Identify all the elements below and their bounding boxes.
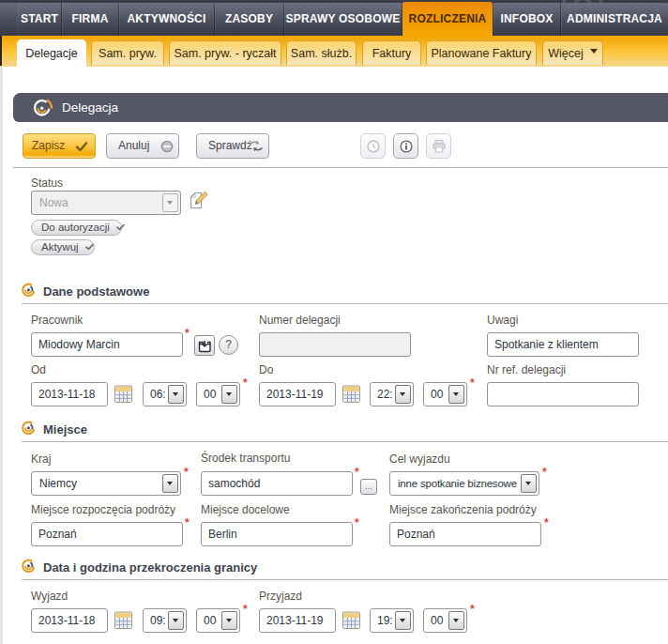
numer-delegacji-input[interactable] (259, 332, 411, 357)
srodek-transportu-input[interactable]: samochód (201, 471, 353, 496)
do-minute-select[interactable]: 00 (423, 382, 467, 406)
wyjazd-label: Wyjazd (31, 590, 68, 603)
uwagi-label: Uwagi (487, 314, 518, 327)
od-minute-dropdown-button[interactable] (221, 385, 237, 404)
przyjazd-minute-dropdown-button[interactable] (448, 611, 464, 630)
page: START FIRMA AKTYWNOŚCI ZASOBY SPRAWY OSO… (0, 0, 668, 644)
chevron-down-icon (525, 482, 531, 488)
od-hour-dropdown-button[interactable] (168, 385, 184, 404)
tab-delegacje[interactable]: Delegacje (17, 39, 86, 67)
edit-status-button[interactable] (187, 189, 210, 216)
kraj-select[interactable]: Niemcy (31, 471, 181, 496)
wyjazd-minute-value: 00 (204, 609, 216, 632)
nav-item-administracja[interactable]: ADMINISTRACJA (561, 3, 668, 36)
left-page-edge (0, 67, 3, 644)
required-marker: * (185, 517, 190, 529)
section-icon (20, 419, 38, 437)
status-dropdown-button[interactable] (162, 193, 178, 212)
required-marker: * (185, 328, 190, 339)
numer-delegacji-label: Numer delegacji (259, 314, 341, 327)
od-date-input[interactable]: 2013-11-18 (31, 382, 108, 406)
status-select[interactable]: Nowa (31, 191, 181, 215)
tab-wiecej[interactable]: Więcej (542, 40, 603, 65)
do-hour-dropdown-button[interactable] (395, 385, 411, 404)
chevron-down-icon (167, 482, 173, 488)
przyjazd-hour-select[interactable]: 19: (370, 608, 414, 633)
od-calendar-button[interactable] (114, 384, 132, 406)
do-date-input[interactable]: 2013-11-19 (259, 382, 336, 406)
zakonczenie-input[interactable]: Poznań (389, 522, 541, 546)
uwagi-input[interactable]: Spotkanie z klientem (487, 332, 639, 357)
do-calendar-button[interactable] (342, 384, 360, 406)
tab-sam-sluzb[interactable]: Sam. służb. (286, 40, 357, 65)
calendar-icon (114, 384, 132, 403)
required-marker: * (243, 604, 248, 615)
history-button[interactable] (360, 133, 386, 159)
od-label: Od (31, 363, 46, 376)
przyjazd-minute-select[interactable]: 00 (423, 608, 467, 633)
nr-ref-input[interactable] (487, 382, 639, 406)
verify-arrows-icon (249, 140, 264, 152)
nav-item-zasoby[interactable]: ZASOBY (215, 3, 283, 36)
check-icon (85, 243, 94, 251)
info-button[interactable] (393, 133, 418, 159)
wyjazd-minute-select[interactable]: 00 (196, 608, 240, 633)
check-icon (75, 140, 88, 153)
section-icon (20, 281, 38, 299)
tab-wiecej-label: Więcej (548, 47, 584, 60)
pracownik-input[interactable]: Miodowy Marcin (31, 332, 183, 357)
chevron-down-icon (173, 619, 178, 625)
wyjazd-hour-dropdown-button[interactable] (168, 611, 184, 630)
tab-bar: Delegacje Sam. pryw. Sam. pryw. - ryczał… (0, 36, 668, 67)
nav-item-infobox[interactable]: INFOBOX (493, 3, 560, 36)
do-label: Do (259, 363, 273, 376)
cancel-circle-icon (160, 140, 174, 153)
srodek-transportu-label: Środek transportu (201, 452, 290, 465)
cel-wyjazdu-select[interactable]: inne spotkanie biznesowe (389, 471, 539, 496)
verify-button[interactable]: Sprawdź (196, 133, 269, 159)
rozpoczecie-input[interactable]: Poznań (31, 522, 183, 546)
pracownik-help-button[interactable]: ? (219, 335, 238, 355)
wyjazd-hour-select[interactable]: 09: (143, 608, 187, 633)
activate-button[interactable]: Aktywuj (31, 239, 95, 255)
do-minute-dropdown-button[interactable] (448, 385, 464, 404)
save-button[interactable]: Zapisz (23, 133, 96, 159)
wyjazd-minute-dropdown-button[interactable] (221, 611, 237, 630)
print-icon (432, 139, 447, 153)
wyjazd-calendar-button[interactable] (114, 610, 132, 633)
cel-wyjazdu-dropdown-button[interactable] (521, 474, 537, 493)
app-logo-icon (31, 97, 54, 120)
cancel-button[interactable]: Anuluj (106, 133, 179, 159)
nav-item-firma[interactable]: FIRMA (62, 3, 118, 36)
nav-item-rozliczenia[interactable]: ROZLICZENIA (402, 2, 493, 36)
tab-planowane-faktury[interactable]: Planowane Faktury (426, 40, 537, 65)
required-marker: * (470, 604, 475, 615)
authorize-button[interactable]: Do autoryzacji (31, 220, 122, 236)
pracownik-label: Pracownik (31, 314, 83, 327)
required-marker: * (243, 377, 248, 389)
przyjazd-hour-dropdown-button[interactable] (395, 611, 411, 630)
wyjazd-hour-value: 09: (150, 609, 166, 632)
nav-item-aktywnosci[interactable]: AKTYWNOŚCI (119, 3, 214, 36)
tab-sam-pryw[interactable]: Sam. pryw. (91, 40, 164, 65)
nav-item-sprawy-osobowe[interactable]: SPRAWY OSOBOWE (284, 3, 402, 36)
pracownik-lookup-button[interactable] (194, 335, 215, 356)
tabbar-left-edge (0, 36, 2, 66)
docelowe-label: Miejsce docelowe (201, 503, 290, 516)
od-hour-select[interactable]: 06: (143, 382, 187, 406)
tab-sam-pryw-ryczalt[interactable]: Sam. pryw. - ryczałt (169, 40, 281, 65)
kraj-value: Niemcy (39, 472, 77, 495)
srodek-transportu-more-button[interactable]: ... (360, 479, 377, 495)
przyjazd-date-input[interactable]: 2013-11-19 (259, 608, 336, 633)
docelowe-input[interactable]: Berlin (201, 522, 353, 546)
tab-faktury[interactable]: Faktury (362, 40, 421, 65)
kraj-dropdown-button[interactable] (162, 474, 178, 493)
od-minute-select[interactable]: 00 (196, 382, 240, 406)
wyjazd-date-input[interactable]: 2013-11-18 (31, 608, 108, 633)
przyjazd-calendar-button[interactable] (342, 610, 360, 633)
activate-button-label: Aktywuj (41, 241, 79, 253)
nav-item-start[interactable]: START (18, 3, 61, 36)
cel-wyjazdu-value: inne spotkanie biznesowe (398, 472, 517, 495)
do-hour-select[interactable]: 22: (370, 382, 414, 406)
print-button[interactable] (426, 133, 451, 159)
